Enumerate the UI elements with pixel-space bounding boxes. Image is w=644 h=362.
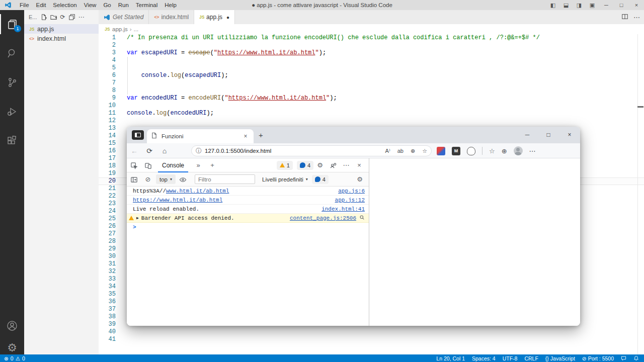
status-port-5500[interactable]: ⊘Port : 5500 [582, 355, 614, 361]
source-control-icon[interactable] [0, 72, 24, 93]
status-spaces-4[interactable]: Spaces: 4 [472, 355, 496, 361]
devtools-settings-icon[interactable]: ⚙ [313, 161, 327, 169]
code-line-40[interactable]: 40 [99, 328, 644, 336]
code-line-3[interactable]: 3var escapedURI = escape("https://www.ht… [99, 49, 644, 57]
feedback-people-icon[interactable] [327, 161, 340, 169]
log-levels-selector[interactable]: Livelli predefiniti▾ [262, 176, 308, 183]
breadcrumb-more[interactable]: ... [134, 26, 139, 32]
menu-selection[interactable]: Selection [49, 0, 80, 10]
code-line-8[interactable]: 8 [99, 87, 644, 95]
expand-arrow-icon[interactable]: ▶ [136, 216, 139, 220]
collapse-folders-icon[interactable] [68, 14, 75, 21]
window-close-button[interactable]: × [629, 0, 644, 10]
explorer-more-actions-icon[interactable]: ⋯ [78, 14, 85, 21]
code-line-11[interactable]: 11console.log(encodedURI); [99, 110, 644, 117]
code-line-4[interactable]: 4 [99, 57, 644, 64]
levels-message-badge[interactable]: 4 [312, 175, 329, 184]
modified-dot-icon[interactable]: ● [226, 15, 229, 20]
search-icon[interactable] [0, 43, 24, 63]
more-tabs-icon[interactable]: » [191, 161, 205, 169]
toggle-panel-icon[interactable]: ⬓ [559, 2, 573, 9]
home-icon[interactable]: ⌂ [157, 147, 172, 155]
window-restore-button[interactable]: □ [614, 0, 629, 10]
code-line-1[interactable]: 1/* In presenza di un URI utilizziamo la… [99, 34, 644, 42]
feedback-icon[interactable] [621, 355, 626, 361]
notifications-bell-icon[interactable] [633, 355, 639, 361]
message-link[interactable]: www.html.it/ab.html [166, 188, 229, 194]
browser-minimize-button[interactable]: ─ [517, 127, 538, 143]
message-link[interactable]: https://www.html.it/ab.html [133, 197, 222, 203]
split-editor-icon[interactable] [621, 13, 628, 22]
menu-terminal[interactable]: Terminal [132, 0, 161, 10]
code-line-10[interactable]: 10 [99, 102, 644, 110]
browser-tab[interactable]: Funzioni × [147, 129, 254, 143]
source-link[interactable]: app.js:6 [338, 188, 365, 194]
search-source-icon[interactable] [359, 215, 365, 222]
read-aloud-icon[interactable]: A⁾ [385, 148, 390, 154]
console-message-log[interactable]: https%3A//www.html.it/ab.htmlapp.js:6 [127, 187, 369, 196]
tab-get-started[interactable]: Get Started [99, 10, 149, 24]
tab-close-icon[interactable]: × [242, 133, 250, 140]
editor-more-actions-icon[interactable]: ⋯ [633, 14, 640, 21]
accounts-icon[interactable] [0, 316, 24, 336]
collections-icon[interactable]: ⊕ [502, 147, 507, 155]
site-info-icon[interactable]: ⓘ [196, 147, 202, 155]
menu-file[interactable]: File [16, 0, 33, 10]
explorer-icon[interactable]: 1 [0, 14, 24, 34]
scrollbar-track[interactable] [637, 34, 638, 354]
status-crlf[interactable]: CRLF [524, 355, 538, 361]
menu-help[interactable]: Help [161, 0, 180, 10]
console-settings-icon[interactable]: ⚙ [355, 175, 369, 183]
source-link[interactable]: index.html:41 [321, 206, 365, 212]
extensions-icon[interactable] [0, 131, 24, 151]
customize-layout-icon[interactable]: ▣ [586, 2, 599, 9]
devtools-more-icon[interactable]: ⋯ [340, 161, 353, 169]
toggle-sidebar-icon[interactable]: ◧ [546, 2, 559, 9]
console-message-log[interactable]: Live reload enabled.index.html:41 [127, 205, 369, 214]
tab-app.js[interactable]: JSapp.js● [194, 10, 235, 24]
favorites-bar-icon[interactable]: ☆ [489, 147, 495, 155]
code-line-7[interactable]: 7 [99, 79, 644, 87]
console-filter-input[interactable] [195, 174, 255, 184]
tab-actions-menu-icon[interactable] [132, 130, 144, 140]
run-debug-icon[interactable] [0, 102, 24, 122]
browser-close-button[interactable]: × [559, 127, 580, 143]
code-line-5[interactable]: 5 [99, 64, 644, 72]
extension-o-icon[interactable] [467, 147, 475, 155]
menu-run[interactable]: Run [115, 0, 132, 10]
toggle-secondary-sidebar-icon[interactable]: ◨ [573, 2, 586, 9]
eye-icon[interactable] [176, 175, 190, 183]
console-message-log[interactable]: https://www.html.it/ab.htmlapp.js:12 [127, 196, 369, 205]
address-bar[interactable]: ⓘ 127.0.0.1:5500/index.html A⁾ ab ⊕ ☆ [191, 145, 432, 156]
device-emulation-icon[interactable] [141, 161, 155, 169]
code-line-41[interactable]: 41 [99, 336, 644, 343]
context-selector[interactable]: top▾ [156, 174, 176, 184]
profile-avatar[interactable] [514, 146, 523, 155]
menu-view[interactable]: View [80, 0, 100, 10]
console-sidebar-icon[interactable] [127, 175, 141, 183]
warning-count-badge[interactable]: 1 [277, 161, 293, 170]
zoom-page-icon[interactable]: ⊕ [411, 148, 415, 154]
extension-m-icon[interactable]: M [452, 147, 460, 155]
add-tool-icon[interactable]: + [205, 161, 219, 169]
translate-icon[interactable]: ab [397, 148, 404, 154]
clear-console-icon[interactable]: ⊘ [141, 175, 155, 183]
menu-edit[interactable]: Edit [33, 0, 50, 10]
new-folder-icon[interactable] [50, 14, 57, 21]
back-icon[interactable]: ← [127, 147, 142, 155]
browser-settings-icon[interactable]: ⋯ [529, 147, 536, 155]
menu-go[interactable]: Go [100, 0, 114, 10]
status-ln-20-col-1[interactable]: Ln 20, Col 1 [436, 355, 465, 361]
browser-maximize-button[interactable]: □ [538, 127, 559, 143]
problems-status[interactable]: ⊗ 0 ⚠ 0 [0, 355, 25, 361]
window-minimize-button[interactable]: ─ [599, 0, 614, 10]
extension-a-icon[interactable] [437, 147, 445, 155]
breadcrumb[interactable]: JS app.js › ... [99, 24, 644, 34]
tab-index.html[interactable]: <>index.html [149, 10, 194, 24]
breadcrumb-file[interactable]: app.js [112, 26, 128, 32]
explorer-item-app.js[interactable]: JSapp.js [24, 24, 99, 34]
new-tab-button[interactable]: + [259, 131, 263, 139]
source-link[interactable]: content_page.js:2506 [290, 215, 356, 221]
message-count-badge[interactable]: 4 [297, 161, 313, 170]
devtools-tab-console[interactable]: Console [158, 158, 188, 172]
